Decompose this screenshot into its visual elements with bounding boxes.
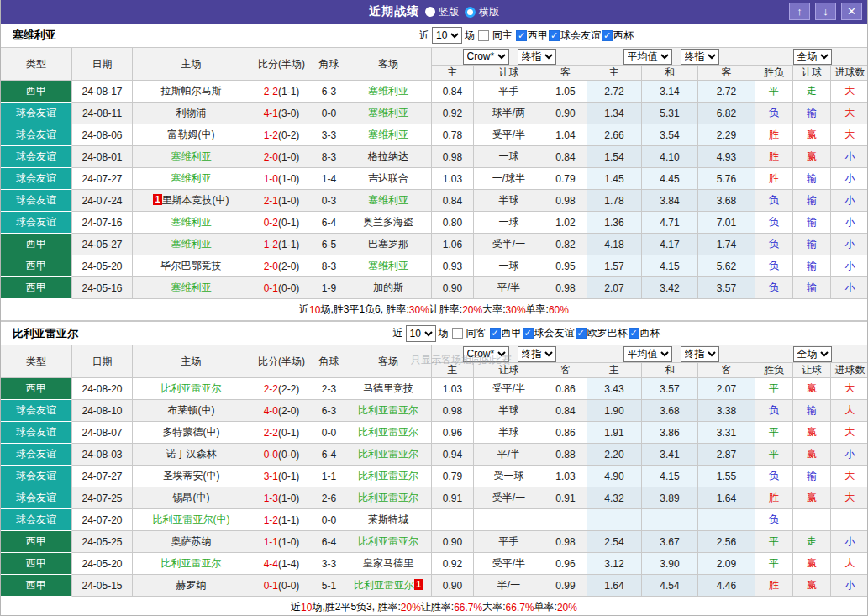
team2-same-away-checkbox[interactable] <box>452 328 463 339</box>
close-button[interactable]: ✕ <box>841 3 862 20</box>
team1-bookmaker-select[interactable]: Crow* <box>463 49 509 65</box>
match-row: 西甲 24-08-20 比利亚雷亚尔 2-2(2-2) 2-3 马德里竞技 1.… <box>1 378 868 400</box>
odd-home-cell: 1.06 <box>432 234 474 255</box>
away-team-cell: 加的斯 <box>345 277 432 299</box>
team2-avg-final-select[interactable]: 终指 <box>681 346 719 362</box>
match-type-cell: 球会友谊 <box>1 509 72 531</box>
team2-book-final-select[interactable]: 终指 <box>518 346 556 362</box>
view-option-vertical[interactable]: 竖版 <box>425 5 459 19</box>
match-row: 球会友谊 24-08-07 多特蒙德(中) 2-2(0-1) 0-0 比利亚雷亚… <box>1 422 868 444</box>
team1-match-count-select[interactable]: 10 <box>432 27 462 44</box>
handicap-result-cell: 赢 <box>793 487 831 509</box>
handicap-cell: 半/一 <box>474 575 544 597</box>
team1-same-home-checkbox[interactable] <box>478 30 489 41</box>
handicap-cell: 受平/半 <box>474 553 544 575</box>
handicap-result-cell: 输 <box>793 234 831 255</box>
avg-away-cell: 7.01 <box>698 212 755 234</box>
avg-draw-cell: 4.15 <box>642 466 698 487</box>
team1-name: 塞维利亚 <box>13 28 56 43</box>
league-checkbox[interactable] <box>576 328 587 339</box>
home-team-name: 利物浦 <box>176 107 207 118</box>
match-row: 西甲 24-05-15 赫罗纳 0-1(0-0) 5-1 比利亚雷亚尔1 0.9… <box>1 575 868 597</box>
league-checkbox[interactable] <box>602 30 613 41</box>
match-date-cell: 24-05-20 <box>72 553 133 575</box>
score-cell: 0-2(0-1) <box>250 212 313 234</box>
goals-result-cell: 小 <box>831 255 868 277</box>
team1-avg-final-select[interactable]: 终指 <box>681 49 719 65</box>
corner-cell: 3-3 <box>313 553 345 575</box>
handicap-cell: 半球 <box>474 400 544 422</box>
team1-book-final-select[interactable]: 终指 <box>518 49 556 65</box>
avg-home-cell: 3.43 <box>587 378 642 400</box>
home-team-name: 赫罗纳 <box>176 579 207 591</box>
home-team-cell: 多特蒙德(中) <box>133 422 250 444</box>
odd-away-cell: 0.91 <box>544 487 587 509</box>
away-team-cell: 塞维利亚 <box>345 190 432 212</box>
avg-away-cell: 6.82 <box>698 103 755 124</box>
match-type-cell: 西甲 <box>1 378 72 400</box>
corner-cell: 8-3 <box>313 255 345 277</box>
league-checkbox[interactable] <box>629 328 639 339</box>
score-cell: 3-1(0-1) <box>250 466 313 487</box>
match-type-cell: 球会友谊 <box>1 444 72 466</box>
handicap-cell: 受平/半 <box>474 124 544 146</box>
match-date-cell: 24-05-27 <box>72 234 133 255</box>
match-type-cell: 球会友谊 <box>1 422 72 444</box>
avg-away-cell: 5.76 <box>698 168 755 190</box>
result-cell: 负 <box>755 400 793 422</box>
home-team-name: 毕尔巴鄂竞技 <box>161 260 222 271</box>
col-corner: 角球 <box>313 345 345 378</box>
radio-selected-icon[interactable] <box>425 7 435 17</box>
odd-home-cell <box>432 509 474 531</box>
team2-scope-select[interactable]: 全场 <box>793 346 832 362</box>
league-checkbox[interactable] <box>523 328 534 339</box>
handicap-cell: 半球 <box>474 422 544 444</box>
result-cell: 平 <box>755 444 793 466</box>
col-result: 胜负 <box>755 363 793 378</box>
avg-draw-cell: 4.54 <box>642 575 698 597</box>
match-date-cell: 24-07-24 <box>72 190 133 212</box>
team1-scope-select[interactable]: 全场 <box>793 49 832 65</box>
away-team-cell: 吉达联合 <box>345 168 432 190</box>
home-team-cell: 赫罗纳 <box>133 575 250 597</box>
handicap-cell: 受一球 <box>474 466 544 487</box>
team2-average-select[interactable]: 平均值 <box>623 346 672 362</box>
league-checkbox[interactable] <box>490 328 501 339</box>
radio-unselected-icon[interactable] <box>465 7 476 18</box>
odd-away-cell: 0.88 <box>544 444 587 466</box>
odd-away-cell: 0.98 <box>544 531 587 553</box>
handicap-result-cell: 赢 <box>793 444 831 466</box>
goals-result-cell: 大 <box>831 466 868 487</box>
handicap-result-cell: 输 <box>793 212 831 234</box>
move-down-button[interactable]: ↓ <box>815 3 836 20</box>
team2-match-count-select[interactable]: 10 <box>406 325 436 342</box>
avg-home-cell: 1.57 <box>587 255 642 277</box>
team2-bookmaker-select[interactable]: Crow* <box>463 346 509 362</box>
odd-home-cell: 0.90 <box>432 277 474 299</box>
view-option-horizontal[interactable]: 横版 <box>465 5 499 19</box>
away-team-name: 格拉纳达 <box>368 150 408 162</box>
result-cell: 平 <box>755 422 793 444</box>
handicap-cell: 受半/一 <box>474 487 544 509</box>
corner-cell: 0-0 <box>313 509 345 531</box>
match-type-cell: 西甲 <box>1 255 72 277</box>
match-date-cell: 24-07-20 <box>72 509 133 531</box>
league-checkbox[interactable] <box>516 30 527 41</box>
avg-draw-cell: 3.84 <box>642 190 698 212</box>
league-checkbox[interactable] <box>549 30 560 41</box>
corner-cell: 1-4 <box>313 168 345 190</box>
away-team-cell: 比利亚雷亚尔 <box>345 422 432 444</box>
move-up-button[interactable]: ↑ <box>789 3 810 20</box>
corner-cell: 2-3 <box>313 378 345 400</box>
odd-away-cell: 1.03 <box>544 466 587 487</box>
avg-home-cell: 1.78 <box>587 190 642 212</box>
match-type-cell: 球会友谊 <box>1 103 72 124</box>
team1-average-select[interactable]: 平均值 <box>623 49 672 65</box>
avg-home-cell: 1.34 <box>587 103 642 124</box>
corner-cell: 6-4 <box>313 212 345 234</box>
match-row: 西甲 24-05-25 奥萨苏纳 1-1(1-0) 6-4 比利亚雷亚尔 0.9… <box>1 531 868 553</box>
league-label: 球会友谊 <box>534 326 575 340</box>
home-team-name: 多特蒙德(中) <box>163 426 220 438</box>
odd-home-cell: 0.90 <box>432 575 474 597</box>
avg-away-cell: 3.31 <box>698 422 755 444</box>
